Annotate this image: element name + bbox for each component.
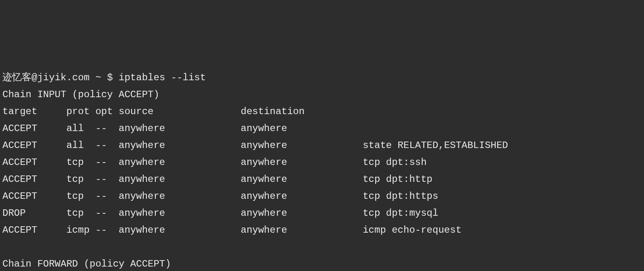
command-text: iptables --list bbox=[119, 72, 206, 83]
prompt-line: 迹忆客@jiyik.com ~ $ iptables --list bbox=[2, 72, 206, 83]
output-body: Chain INPUT (policy ACCEPT) target prot … bbox=[2, 89, 508, 271]
prompt-symbol: $ bbox=[107, 72, 113, 83]
prompt-user: 迹忆客@jiyik.com bbox=[2, 72, 90, 83]
prompt-path: ~ bbox=[95, 72, 101, 83]
terminal-output[interactable]: 迹忆客@jiyik.com ~ $ iptables --list Chain … bbox=[2, 69, 642, 271]
